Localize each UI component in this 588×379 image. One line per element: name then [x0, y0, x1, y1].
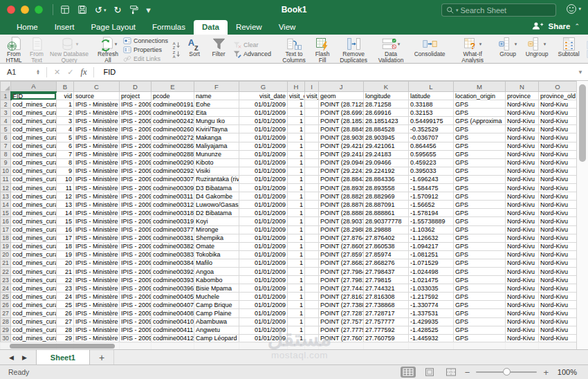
cell[interactable]: D4 Gakombe	[194, 192, 239, 201]
cell[interactable]: Ruzirantaka (rivi	[194, 175, 239, 183]
cell[interactable]: Mungu Iko	[194, 117, 239, 125]
zoom-in-button[interactable]: +	[543, 368, 549, 377]
column-header-E[interactable]: E	[151, 82, 194, 92]
cell[interactable]: cod_mines_cura	[11, 133, 57, 142]
cell[interactable]: IPIS - 2009	[120, 217, 151, 225]
cell[interactable]: 29.09466	[364, 158, 409, 167]
row-header-16[interactable]: 16	[1, 217, 11, 225]
cell[interactable]: 1	[288, 225, 305, 234]
zoom-slider-thumb[interactable]	[503, 368, 511, 376]
cell[interactable]: name	[194, 92, 239, 100]
cell[interactable]: 01/01/2009	[239, 284, 288, 293]
cell[interactable]: Nord-Kivu	[539, 142, 577, 150]
cell[interactable]: POINT (28.71258	[319, 100, 364, 109]
cell[interactable]: Luwowo/Gasasa	[194, 201, 239, 209]
row-header-24[interactable]: 24	[1, 284, 11, 293]
cell[interactable]: 8	[57, 158, 74, 167]
cell[interactable]: POINT (28.69916	[319, 109, 364, 117]
cell[interactable]: Nord-Kivu	[506, 276, 539, 284]
row-header-21[interactable]: 21	[1, 259, 11, 267]
cell[interactable]: 28.882969	[364, 192, 409, 201]
cell[interactable]: IPIS - 2009	[120, 100, 151, 109]
what-if-dropdown-icon[interactable]: ▾	[479, 41, 482, 47]
cell[interactable]: 27.757777	[364, 317, 409, 326]
cell[interactable]: IPIS - 2009	[120, 259, 151, 267]
cell[interactable]: 01/01/2009	[239, 158, 288, 167]
cell[interactable]: Shempika	[194, 234, 239, 242]
cell[interactable]: GPS	[454, 317, 506, 326]
cell[interactable]: Camp Brique	[194, 301, 239, 309]
cell[interactable]: IPIS - Ministère (	[74, 326, 120, 334]
zoom-slider[interactable]	[476, 371, 537, 373]
tab-insert[interactable]: Insert	[46, 20, 83, 35]
cell[interactable]: cod_mines_cura	[11, 284, 57, 293]
cell[interactable]: cod_mines_cura	[11, 175, 57, 183]
cell[interactable]: codmine00312	[151, 201, 194, 209]
row-header-14[interactable]: 14	[1, 201, 11, 209]
cell[interactable]: GPS	[454, 276, 506, 284]
cell[interactable]: latitude	[409, 92, 454, 100]
cell[interactable]: 1	[288, 217, 305, 225]
cell[interactable]: -1.021475	[409, 276, 454, 284]
cell[interactable]: 01/01/2009	[239, 125, 288, 133]
cell[interactable]: GPS	[454, 192, 506, 201]
sort-button[interactable]: AzSort	[183, 36, 206, 63]
cell[interactable]: codmine00260	[151, 125, 194, 133]
cell[interactable]: IPIS - Ministère (	[74, 201, 120, 209]
cell[interactable]: 25	[57, 301, 74, 309]
cell[interactable]: IPIS - Ministère (	[74, 284, 120, 293]
cell[interactable]: GPS	[454, 301, 506, 309]
column-header-J[interactable]: J	[319, 82, 364, 92]
cell[interactable]: 0.395033	[409, 167, 454, 175]
cell[interactable]: IPIS - 2009	[120, 242, 151, 250]
cell[interactable]: D3 Bibatama	[194, 184, 239, 192]
cell[interactable]: -1.696243	[409, 175, 454, 183]
cell[interactable]: IPIS - Ministère (	[74, 267, 120, 275]
prev-sheet-icon[interactable]: ◀	[9, 354, 14, 361]
cell[interactable]: 3	[57, 117, 74, 125]
cell[interactable]: Nord-Kivu	[539, 150, 577, 158]
cell[interactable]: 28.903945	[364, 133, 409, 142]
cell[interactable]: Nord-Kivu	[539, 184, 577, 192]
cell[interactable]: GPS	[454, 175, 506, 183]
cell[interactable]: IPIS - 2009	[120, 133, 151, 142]
row-header-27[interactable]: 27	[1, 309, 11, 317]
cell[interactable]: IPIS - Ministère (	[74, 175, 120, 183]
cell[interactable]: Nord-Kivu	[506, 225, 539, 234]
row-header-29[interactable]: 29	[1, 326, 11, 334]
cell[interactable]	[305, 167, 319, 175]
cell[interactable]: Omate	[194, 242, 239, 250]
cell[interactable]: 27.738868	[364, 301, 409, 309]
data-validation-button[interactable]: ▾Data Validation	[373, 36, 409, 63]
row-header-9[interactable]: 9	[1, 158, 11, 167]
cell[interactable]	[305, 250, 319, 259]
cell[interactable]: Nord-Kivu	[539, 284, 577, 293]
cell[interactable]: GPS	[454, 209, 506, 217]
cell[interactable]: IPIS - Ministère (	[74, 250, 120, 259]
cell[interactable]	[305, 225, 319, 234]
cell[interactable]: 01/01/2009	[239, 259, 288, 267]
cell[interactable]: 1	[288, 276, 305, 284]
cell[interactable]: 27	[57, 317, 74, 326]
cell[interactable]: codmine00410	[151, 317, 194, 326]
cell[interactable]: Mununze	[194, 150, 239, 158]
cell[interactable]: POINT (27.72871	[319, 309, 364, 317]
cell[interactable]: 6	[57, 142, 74, 150]
cell[interactable]: IPIS - Ministère (	[74, 259, 120, 267]
format-painter-icon[interactable]	[129, 5, 138, 15]
cell[interactable]: codmine00392	[151, 267, 194, 275]
cell[interactable]: 27.798437	[364, 267, 409, 275]
cell[interactable]: visit_date	[239, 92, 288, 100]
close-window-button[interactable]	[7, 6, 15, 14]
cell[interactable]: POINT (28.29888	[319, 225, 364, 234]
cell[interactable]: IPIS - Ministère (	[74, 293, 120, 301]
cell[interactable]: GPS (Approxima	[454, 117, 506, 125]
tab-home[interactable]: Home	[8, 20, 46, 35]
cell[interactable]: Nord-Kivu	[539, 133, 577, 142]
cell[interactable]: 1	[288, 309, 305, 317]
cell[interactable]: D2 Bibatama	[194, 209, 239, 217]
cell[interactable]: 17	[57, 234, 74, 242]
cell[interactable]: 28.69916	[364, 109, 409, 117]
row-header-5[interactable]: 5	[1, 125, 11, 133]
cell[interactable]: IPIS - Ministère (	[74, 317, 120, 326]
